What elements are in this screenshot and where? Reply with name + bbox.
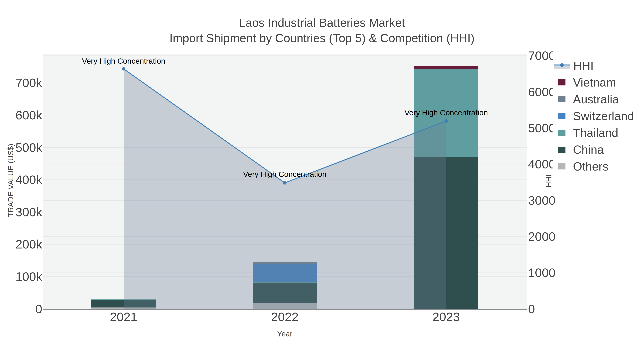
svg-text:Australia: Australia [573,93,619,106]
svg-text:HHI: HHI [573,59,594,72]
svg-text:2000: 2000 [528,230,556,244]
svg-text:Others: Others [573,160,608,173]
svg-text:300k: 300k [16,205,42,219]
svg-text:Very High Concentration: Very High Concentration [243,170,326,178]
svg-text:700k: 700k [16,76,42,90]
svg-text:1000: 1000 [528,266,556,280]
svg-text:2022: 2022 [271,310,298,324]
svg-text:500k: 500k [16,141,42,154]
svg-text:0: 0 [36,302,42,316]
svg-text:3000: 3000 [528,194,556,207]
svg-text:2023: 2023 [432,310,460,324]
svg-text:TRADE VALUE (US$): TRADE VALUE (US$) [6,144,15,217]
svg-text:7000: 7000 [528,49,556,62]
svg-text:600k: 600k [16,108,42,122]
svg-text:China: China [573,143,604,156]
svg-text:HHI: HHI [544,174,553,187]
svg-text:400k: 400k [16,173,42,187]
svg-text:Switzerland: Switzerland [573,109,634,123]
svg-text:Laos Industrial Batteries Mark: Laos Industrial Batteries Market [239,16,405,29]
svg-text:Very High Concentration: Very High Concentration [82,57,165,65]
svg-text:0: 0 [528,302,535,316]
svg-text:Year: Year [277,330,292,338]
svg-text:4000: 4000 [528,157,556,171]
svg-text:Vietnam: Vietnam [573,76,616,89]
svg-text:Import Shipment by Countries (: Import Shipment by Countries (Top 5) & C… [170,31,474,45]
svg-text:100k: 100k [16,270,42,284]
svg-text:6000: 6000 [528,85,556,99]
svg-text:Thailand: Thailand [573,126,618,139]
svg-text:200k: 200k [16,237,42,251]
svg-text:Very High Concentration: Very High Concentration [404,108,488,117]
svg-text:5000: 5000 [528,121,556,135]
svg-text:2021: 2021 [110,310,138,324]
